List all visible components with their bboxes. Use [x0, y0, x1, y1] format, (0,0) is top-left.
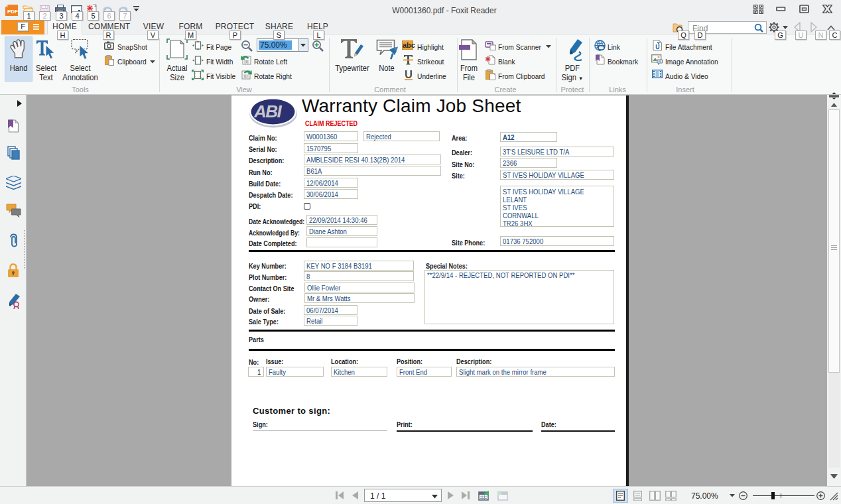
- svg-text:ABI: ABI: [253, 101, 283, 121]
- svg-text:PDF: PDF: [7, 9, 18, 15]
- svg-text:✳: ✳: [485, 55, 491, 63]
